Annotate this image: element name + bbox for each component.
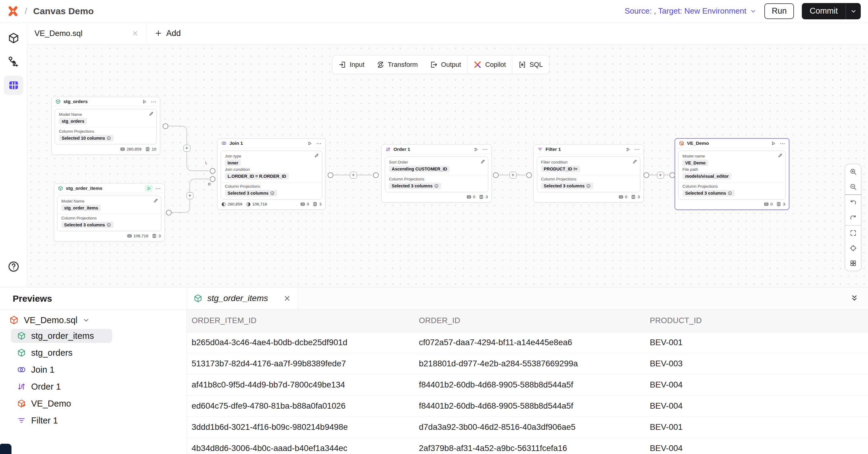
output-port[interactable] [644,172,649,178]
node-join-1[interactable]: Join 1 ⋯ Join type Inner Join condition … [217,139,326,210]
add-input-button[interactable]: Input [333,56,371,74]
chevron-down-icon[interactable] [83,316,90,324]
collapse-previews-button[interactable] [850,287,868,309]
tree-item-filter-1[interactable]: Filter 1 [0,412,186,429]
info-icon[interactable] [434,184,438,188]
node-stg-orders[interactable]: stg_orders ⋯ Model Name stg_orders Colum… [51,97,160,155]
grid-icon [849,260,857,267]
add-node-on-edge-button[interactable]: + [183,145,190,152]
left-input-rows-stat: 280,859 [221,202,242,207]
brand-logo-icon[interactable] [7,6,19,17]
input-port-right[interactable] [210,176,216,182]
output-port[interactable] [493,172,499,178]
field-label: Column Projections [682,184,781,189]
add-node-on-edge-button[interactable]: + [186,192,193,199]
model-name-value: stg_orders [59,118,87,124]
fit-view-button[interactable] [845,225,861,241]
play-icon [473,147,478,152]
sql-button[interactable]: SQL [512,56,549,74]
pipeline-canvas[interactable]: Input Transform Output [27,44,868,287]
tree-item-stg-order-items[interactable]: stg_order_items [0,327,186,344]
row-count-stat: 0 [466,194,475,200]
sql-label: SQL [529,61,543,69]
info-icon[interactable] [107,136,111,140]
node-menu-button[interactable]: ⋯ [151,98,156,105]
cube-icon [193,294,203,303]
node-stg-order-items[interactable]: stg_order_items ⋯ Model Name stg_order_i… [54,183,165,242]
zoom-out-button[interactable] [845,179,861,194]
info-icon[interactable] [586,184,591,188]
redo-button[interactable] [845,210,861,225]
add-node-on-edge-button[interactable]: + [509,172,517,179]
node-menu-button[interactable]: ⋯ [316,140,321,147]
input-port-left[interactable] [210,168,216,174]
info-icon[interactable] [107,223,111,227]
output-port[interactable] [166,210,172,215]
add-transform-button[interactable]: Transform [371,56,424,74]
preview-tab-stg-order-items[interactable]: stg_order_items [187,287,298,309]
tree-item-join-1[interactable]: Join 1 [0,361,186,378]
help-button[interactable] [4,257,23,276]
play-icon [771,141,776,146]
node-menu-button[interactable]: ⋯ [634,146,640,153]
node-title: Order 1 [394,147,469,152]
zoom-in-button[interactable] [845,164,861,179]
projections-value: Selected 10 columns [59,135,114,142]
input-port[interactable] [526,172,532,178]
undo-button[interactable] [845,195,861,210]
commit-dropdown-button[interactable] [846,3,861,19]
tab-ve-demo-sql[interactable]: VE_Demo.sql [27,22,146,44]
output-port[interactable] [163,123,168,129]
run-node-button[interactable] [140,98,148,105]
edit-icon[interactable] [314,153,319,159]
rail-models-button[interactable] [4,28,23,48]
tree-item-ve-demo-sql[interactable]: VE_Demo.sql [0,313,186,327]
add-output-button[interactable]: Output [424,56,467,74]
node-menu-button[interactable]: ⋯ [780,140,785,147]
info-icon[interactable] [728,191,732,195]
half-circle-right-icon [246,202,251,207]
chat-widget[interactable] [0,444,11,454]
node-menu-button[interactable]: ⋯ [155,185,161,192]
preview-tab-close-icon[interactable] [283,294,291,302]
run-node-button[interactable] [769,140,777,147]
commit-button[interactable]: Commit [802,3,846,19]
rail-table-preview-button[interactable] [4,75,23,95]
port-label-left: L [205,160,207,165]
join-venn-icon [221,141,227,146]
node-menu-button[interactable]: ⋯ [483,146,488,153]
node-footer: 106,718 3 [54,231,164,241]
input-port[interactable] [373,172,379,178]
tree-item-order-1[interactable]: Order 1 [0,378,186,395]
node-filter-1[interactable]: Filter 1 ⋯ Filter condition PRODUCT_ID !… [533,145,644,203]
input-port[interactable] [670,172,675,178]
copilot-button[interactable]: Copilot [467,56,512,74]
info-icon[interactable] [270,191,274,195]
run-button[interactable]: Run [764,3,794,19]
center-view-button[interactable] [845,241,861,256]
node-order-1[interactable]: Order 1 ⋯ Sort Order Ascending CUSTOMER_… [381,145,492,203]
run-node-button[interactable] [306,140,313,147]
edit-icon[interactable] [149,112,154,118]
environment-selector[interactable]: Source: , Target: New Environment [625,6,757,16]
add-node-on-edge-button[interactable]: + [657,172,664,179]
add-node-on-edge-button[interactable]: + [350,172,357,179]
field-label: Column Projections [59,129,153,133]
add-tab-button[interactable]: Add [146,22,189,44]
edit-icon[interactable] [153,198,158,204]
edit-icon[interactable] [632,159,637,165]
edit-icon[interactable] [778,153,782,159]
edit-icon[interactable] [480,159,485,165]
tree-item-ve-demo[interactable]: VE_Demo [0,395,186,412]
node-config-card: Model Name stg_orders Column Projections… [55,109,157,145]
tab-close-icon[interactable] [131,30,139,37]
run-node-button[interactable] [145,185,153,192]
rail-pipeline-button[interactable] [4,52,23,71]
tree-item-stg-orders[interactable]: stg_orders [0,344,186,361]
run-node-button[interactable] [472,146,479,153]
output-port[interactable] [328,172,333,178]
run-node-button[interactable] [624,146,632,153]
node-ve-demo[interactable]: VE_Demo ⋯ Model name VE_Demo File path m… [675,138,789,210]
layout-grid-button[interactable] [845,256,861,271]
canvas-view-toolbar [845,164,861,271]
